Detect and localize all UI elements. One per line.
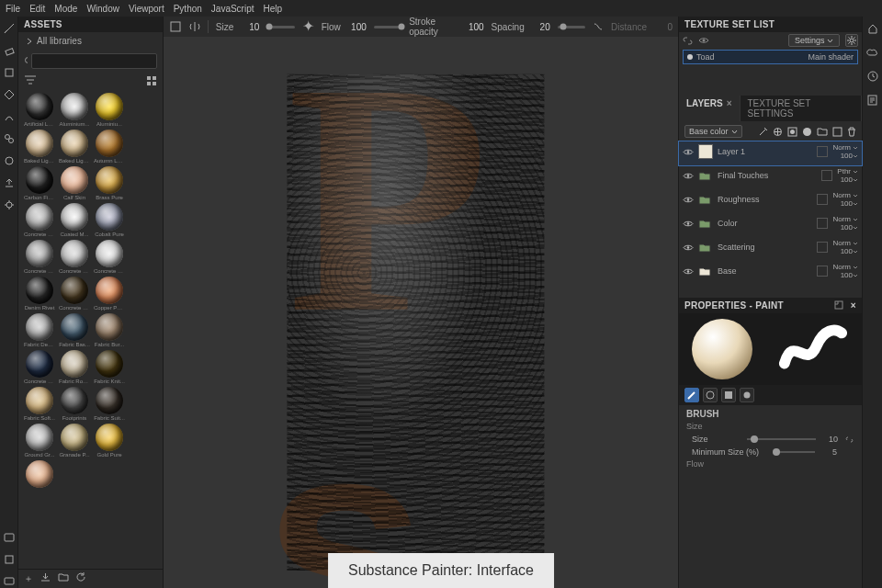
layer-row[interactable]: Roughness Norm100 <box>679 189 862 213</box>
opacity-value[interactable]: 100 <box>841 175 858 184</box>
menu-window[interactable]: Window <box>86 4 119 14</box>
menu-viewport[interactable]: Viewport <box>129 4 164 14</box>
layer-row[interactable]: Final Touches Pthr100 <box>679 165 862 189</box>
material-item[interactable]: Carbon Fib... <box>24 166 55 200</box>
material-item[interactable]: Concrete C... <box>24 350 55 384</box>
menu-help[interactable]: Help <box>264 4 283 14</box>
mask-slot[interactable] <box>817 218 828 229</box>
popout-icon[interactable] <box>834 300 843 311</box>
spacing-slider[interactable] <box>558 26 585 28</box>
home-icon[interactable] <box>866 22 879 35</box>
mask-icon[interactable] <box>787 127 797 137</box>
link-icon[interactable] <box>683 36 693 46</box>
material-item[interactable]: Fabric Soft... <box>24 387 55 421</box>
material-item[interactable] <box>24 460 55 489</box>
refresh-icon[interactable] <box>76 572 86 585</box>
material-item[interactable]: Baked Ligh... <box>24 130 55 164</box>
material-icon[interactable] <box>3 154 16 167</box>
menu-edit[interactable]: Edit <box>29 4 45 14</box>
layer-row[interactable]: Base Norm100 <box>679 261 862 285</box>
close-icon[interactable]: × <box>851 300 856 311</box>
material-item[interactable]: Gold Pure <box>94 424 125 458</box>
material-item[interactable]: Fabric Suit... <box>94 387 125 421</box>
log-icon[interactable] <box>866 94 879 107</box>
gear-icon[interactable] <box>845 34 858 47</box>
display-icon[interactable] <box>3 575 16 588</box>
lazy-mouse-icon[interactable] <box>593 21 604 32</box>
visibility-icon[interactable] <box>683 148 694 156</box>
channel-dropdown[interactable]: Base color <box>684 125 742 138</box>
material-item[interactable]: Aluminium... <box>59 93 90 127</box>
eye-icon[interactable] <box>698 36 709 45</box>
tab-material-icon[interactable] <box>740 388 754 402</box>
visibility-icon[interactable] <box>683 243 694 252</box>
material-item[interactable]: Fabric Bur... <box>94 313 125 347</box>
projection-icon[interactable] <box>3 66 16 79</box>
mask-slot[interactable] <box>817 194 828 205</box>
close-icon[interactable]: × <box>727 98 732 108</box>
export-icon[interactable] <box>3 176 16 189</box>
texture-settings-button[interactable]: Settings <box>788 34 840 47</box>
brush-icon[interactable] <box>3 22 16 35</box>
material-item[interactable]: Artificial La... <box>24 93 55 127</box>
opacity-value[interactable]: 100 <box>841 247 858 255</box>
blend-mode-dropdown[interactable]: Norm <box>832 263 858 271</box>
search-input[interactable] <box>31 53 157 69</box>
grid-view-icon[interactable] <box>146 75 157 86</box>
blend-mode-dropdown[interactable]: Norm <box>832 191 858 199</box>
add-fill-icon[interactable] <box>802 127 812 137</box>
mask-slot[interactable] <box>817 146 828 157</box>
menu-file[interactable]: File <box>6 4 20 14</box>
size-slider[interactable] <box>747 438 816 440</box>
material-item[interactable]: Concrete S... <box>59 277 90 311</box>
blend-mode-dropdown[interactable]: Norm <box>832 239 858 247</box>
texture-set-item[interactable]: Toad Main shader <box>683 50 858 64</box>
material-item[interactable]: Fabric Den... <box>24 313 55 347</box>
filter-icon[interactable] <box>24 75 37 86</box>
opacity-value[interactable]: 100 <box>841 223 858 232</box>
eraser-icon[interactable] <box>3 44 16 57</box>
viewport-mode-icon[interactable] <box>169 20 182 33</box>
material-item[interactable]: Calf Skin <box>59 166 90 200</box>
minsize-slider[interactable] <box>775 451 815 453</box>
flow-slider[interactable] <box>374 26 401 28</box>
visibility-icon[interactable] <box>683 172 694 180</box>
add-folder-icon[interactable] <box>817 127 828 137</box>
tab-stencil-icon[interactable] <box>721 388 736 402</box>
material-item[interactable]: Ground Gr... <box>24 424 55 458</box>
smudge-icon[interactable] <box>3 110 16 123</box>
link-icon[interactable] <box>843 434 854 445</box>
opacity-value[interactable]: 100 <box>841 152 858 160</box>
material-item[interactable]: Fabric Knit... <box>94 350 125 384</box>
material-item[interactable]: Brass Pure <box>94 166 125 200</box>
tab-alpha-icon[interactable] <box>703 388 718 402</box>
tab-brush-icon[interactable] <box>684 388 699 402</box>
material-item[interactable]: Autumn La... <box>94 130 125 164</box>
tab-texture-set-settings[interactable]: TEXTURE SET SETTINGS <box>741 96 863 121</box>
material-item[interactable]: Denim Rivet <box>24 277 55 311</box>
menu-javascript[interactable]: JavaScript <box>211 4 254 14</box>
material-item[interactable]: Aluminiu... <box>94 93 125 127</box>
blend-mode-dropdown[interactable]: Norm <box>832 143 858 152</box>
visibility-icon[interactable] <box>683 267 694 276</box>
blend-mode-dropdown[interactable]: Pthr <box>837 167 858 175</box>
material-item[interactable]: Granade P... <box>59 424 90 458</box>
material-item[interactable]: Fabric Bas... <box>59 313 90 347</box>
keyboard-icon[interactable] <box>3 531 16 544</box>
material-item[interactable]: Fabric Rou... <box>59 350 90 384</box>
folder-icon[interactable] <box>58 572 69 585</box>
layer-row[interactable]: Scattering Norm100 <box>679 237 862 261</box>
material-item[interactable]: Cobalt Pure <box>94 203 125 237</box>
clone-icon[interactable] <box>3 132 16 145</box>
cloud-icon[interactable] <box>866 46 879 59</box>
material-item[interactable]: Coated M... <box>59 203 90 237</box>
material-item[interactable]: Concrete B... <box>24 203 55 237</box>
add-layer-icon[interactable] <box>832 127 842 137</box>
material-item[interactable]: Footprints <box>59 387 90 421</box>
mask-slot[interactable] <box>817 242 828 253</box>
spacing-value[interactable]: 20 <box>532 22 550 32</box>
mask-slot[interactable] <box>817 266 828 277</box>
symmetry-icon[interactable] <box>189 21 200 32</box>
wand-icon[interactable] <box>758 127 768 137</box>
tab-layers[interactable]: LAYERS× <box>679 96 741 121</box>
